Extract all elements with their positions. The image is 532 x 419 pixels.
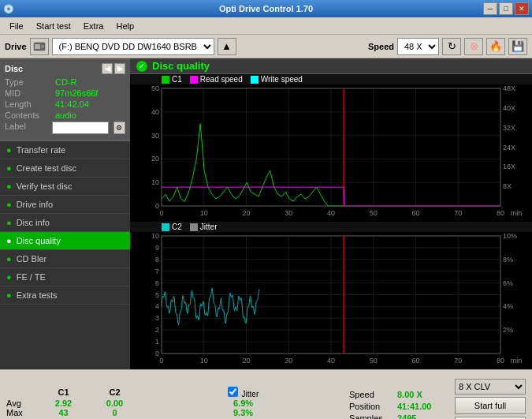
refresh-button[interactable]: ↻ [442, 38, 461, 55]
c1-legend: C1 [162, 75, 182, 84]
speed-stat-value: 8.00 X [397, 390, 422, 399]
sidebar-icon-transfer-rate: ● [6, 145, 12, 155]
drive-icon-btn[interactable] [30, 38, 49, 55]
menu-help[interactable]: Help [110, 20, 140, 32]
erase-button[interactable]: ⊗ [464, 38, 483, 55]
disc-mid-row: MID 97m26s66f [5, 88, 125, 98]
write-speed-color [251, 76, 259, 84]
disc-quality-header: ✓ Disc quality [130, 58, 532, 74]
stats-area: C1 C2 Jitter Avg 2.92 0.00 6.9% Max [0, 369, 532, 419]
svg-point-2 [41, 45, 44, 48]
sidebar-btn-disc-info[interactable]: ●Disc info [0, 214, 130, 232]
label-input[interactable] [52, 122, 109, 134]
position-stat-label: Position [349, 402, 392, 411]
speed-label: Speed [368, 42, 394, 51]
eject-button[interactable]: ▲ [218, 38, 236, 55]
sidebar-btn-transfer-rate[interactable]: ●Transfer rate [0, 141, 130, 159]
speed-position-panel: Speed 8.00 X Position 41:41.00 Samples 2… [349, 390, 452, 419]
save-button[interactable]: 💾 [508, 38, 527, 55]
c2-color [162, 223, 169, 231]
position-stat-value: 41:41.00 [397, 402, 431, 411]
titlebar-title: Opti Drive Control 1.70 [0, 4, 532, 13]
speed-row: Speed 8.00 X [349, 390, 452, 399]
type-label: Type [5, 77, 52, 87]
disc-panel-header: Disc ◀ ▶ [5, 63, 125, 74]
menu-start-test[interactable]: Start test [30, 20, 77, 32]
write-speed-legend-label: Write speed [261, 75, 303, 84]
jitter-checkbox-cell: Jitter [140, 387, 346, 398]
read-speed-color [190, 76, 198, 84]
sidebar-buttons: ●Transfer rate●Create test disc●Verify t… [0, 141, 130, 305]
titlebar: 💿 Opti Drive Control 1.70 ─ □ ✕ [0, 0, 532, 17]
svg-rect-1 [35, 44, 40, 49]
contents-label: Contents [5, 110, 52, 120]
sidebar-btn-cd-bler[interactable]: ●CD Bler [0, 250, 130, 268]
speed-select[interactable]: 48 X [397, 38, 439, 55]
c1-header: C1 [38, 387, 89, 398]
toolbar: Drive (F:) BENQ DVD DD DW1640 BSRB ▲ Spe… [0, 35, 532, 58]
sidebar-icon-drive-info: ● [6, 200, 12, 209]
stats-table: C1 C2 Jitter Avg 2.92 0.00 6.9% Max [6, 387, 346, 420]
sidebar-label-drive-info: Drive info [17, 200, 53, 209]
sidebar-icon-verify-test-disc: ● [6, 181, 12, 191]
app-icon: 💿 [3, 4, 14, 14]
jitter-checkbox[interactable] [228, 387, 238, 397]
sidebar-btn-drive-info[interactable]: ●Drive info [0, 196, 130, 214]
sidebar-label-transfer-rate: Transfer rate [17, 145, 66, 155]
sidebar-btn-fe-te[interactable]: ●FE / TE [0, 268, 130, 286]
max-c1: 43 [38, 408, 89, 417]
position-row: Position 41:41.00 [349, 402, 452, 411]
maximize-button[interactable]: □ [499, 2, 513, 15]
length-value: 41:42.04 [55, 99, 89, 109]
minimize-button[interactable]: ─ [483, 2, 497, 15]
max-c2: 0 [89, 408, 140, 417]
sidebar-btn-extra-tests[interactable]: ●Extra tests [0, 286, 130, 305]
chart1-container [130, 84, 532, 222]
type-value: CD-R [55, 77, 77, 87]
disc-panel-right[interactable]: ▶ [114, 63, 125, 74]
avg-jitter: 6.9% [140, 398, 346, 408]
chart2-container [130, 232, 532, 369]
disc-quality-title: Disc quality [152, 60, 210, 72]
titlebar-controls: ─ □ ✕ [483, 2, 529, 15]
disc-panel-left[interactable]: ◀ [102, 63, 113, 74]
speed-stat-label: Speed [349, 390, 392, 399]
clv-speed-select[interactable]: 8 X CLV [455, 379, 526, 395]
close-button[interactable]: ✕ [515, 2, 529, 15]
main-layout: Disc ◀ ▶ Type CD-R MID 97m26s66f Length … [0, 58, 532, 369]
sidebar: Disc ◀ ▶ Type CD-R MID 97m26s66f Length … [0, 58, 130, 369]
read-speed-legend: Read speed [190, 75, 243, 84]
chart2-canvas [130, 232, 532, 369]
sidebar-label-disc-info: Disc info [17, 218, 50, 227]
label-settings-button[interactable]: ⚙ [113, 122, 125, 134]
drive-select[interactable]: (F:) BENQ DVD DD DW1640 BSRB [52, 38, 214, 55]
sidebar-icon-disc-info: ● [6, 218, 12, 227]
c1-color [162, 76, 169, 84]
avg-label: Avg [6, 398, 38, 408]
samples-row: Samples 2495 [349, 413, 452, 419]
samples-stat-value: 2495 [397, 413, 416, 419]
sidebar-icon-create-test-disc: ● [6, 163, 12, 173]
sidebar-btn-verify-test-disc[interactable]: ●Verify test disc [0, 178, 130, 196]
start-full-button[interactable]: Start full [455, 397, 526, 414]
burn-button[interactable]: 🔥 [486, 38, 505, 55]
drive-label: Drive [5, 42, 27, 51]
c1-legend-label: C1 [172, 75, 182, 84]
sidebar-label-cd-bler: CD Bler [17, 254, 47, 264]
disc-panel: Disc ◀ ▶ Type CD-R MID 97m26s66f Length … [0, 58, 130, 141]
action-buttons: 8 X CLV Start full Start part [455, 379, 526, 419]
content-area: ✓ Disc quality C1 Read speed Write speed [130, 58, 532, 369]
sidebar-btn-disc-quality[interactable]: ●Disc quality [0, 232, 130, 250]
menu-file[interactable]: File [3, 20, 30, 32]
avg-c2: 0.00 [89, 398, 140, 408]
sidebar-btn-create-test-disc[interactable]: ●Create test disc [0, 159, 130, 178]
max-row: Max 43 0 9.3% [6, 408, 346, 417]
disc-label-lbl: Label [5, 122, 49, 134]
titlebar-left: 💿 [3, 4, 14, 14]
mid-value: 97m26s66f [55, 88, 98, 98]
disc-quality-icon: ✓ [136, 61, 147, 72]
read-speed-legend-label: Read speed [200, 75, 243, 84]
sidebar-icon-extra-tests: ● [6, 290, 12, 300]
max-label: Max [6, 408, 38, 417]
menu-extra[interactable]: Extra [77, 20, 110, 32]
